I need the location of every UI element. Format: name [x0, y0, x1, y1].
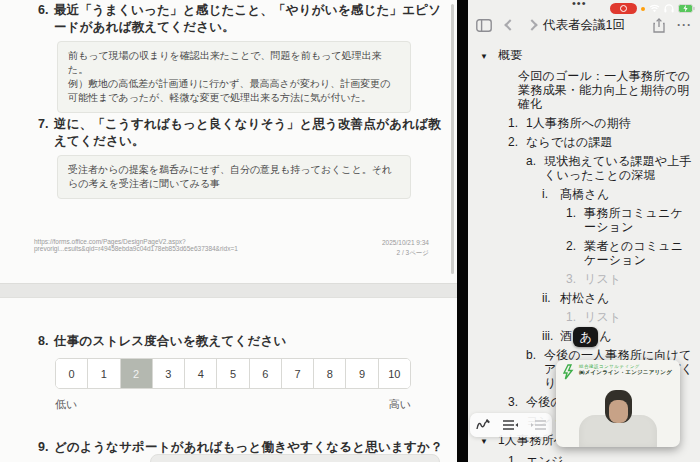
- outline-marker: [500, 69, 518, 111]
- question-8-text: 仕事のストレス度合いを教えてください: [54, 333, 286, 350]
- disclosure-triangle-icon[interactable]: ▼: [480, 48, 498, 64]
- scale-cell-4[interactable]: 4: [184, 359, 216, 388]
- outline-text: 現状抱えている課題や上手くいったことの深堀: [544, 154, 694, 182]
- outline-marker: b.: [526, 348, 544, 390]
- scale-cell-8[interactable]: 8: [313, 359, 345, 388]
- outline-text: 酒あん: [560, 329, 612, 343]
- footer-date-page: 2025/10/21 9:342 / 3ページ: [382, 238, 429, 258]
- outline-marker: 1.: [566, 310, 584, 324]
- outline-row[interactable]: i.髙橋さん: [474, 187, 694, 201]
- question-7-text: 逆に、「こうすればもっと良くなりそう」と思う改善点があれば教えてください。: [54, 116, 446, 150]
- question-7-number: 7.: [38, 116, 54, 150]
- ime-input-bubble: あ: [573, 327, 598, 347]
- question-8: 8. 仕事のストレス度合いを教えてください: [38, 333, 446, 350]
- outline-text: 髙橋さん: [560, 187, 609, 201]
- scale-cell-7[interactable]: 7: [281, 359, 313, 388]
- question-6-answer: 前もって現場の収まりを確認出来たことで、問題を前もって処理出来た。 例）敷地の高…: [57, 41, 411, 113]
- screen: 6. 最近「うまくいった」と感じたこと、「やりがいを感じた」エピソードがあれば教…: [0, 0, 700, 462]
- page-break-divider: [0, 283, 457, 298]
- outdent-list-icon[interactable]: [502, 419, 519, 431]
- outline-text: リスト: [584, 310, 621, 324]
- outline-text: リスト: [584, 272, 621, 286]
- scale-cell-2[interactable]: 2: [120, 359, 152, 388]
- outline-row[interactable]: 今回のゴール：一人事務所での業務成果・能力向上と期待の明確化: [474, 69, 694, 111]
- outline-row[interactable]: iii.酒あん: [474, 329, 694, 343]
- outline-row[interactable]: 2.業者とのコミュニケーション: [474, 239, 694, 267]
- outline-text: 事務所コミュニケーション: [584, 206, 694, 234]
- company-logo: 総合建設コンサルティング ㈱メインライン・エンジニアリング: [556, 360, 680, 380]
- outline-marker: a.: [526, 154, 544, 182]
- outline-text: ならではの課題: [526, 135, 613, 149]
- outline-row[interactable]: 2.ならではの課題: [474, 135, 694, 149]
- outline-marker: 3.: [566, 272, 584, 286]
- outline-text: 村松さん: [560, 291, 609, 305]
- outline-row[interactable]: a.現状抱えている課題や上手くいったことの深堀: [474, 154, 694, 182]
- outline-row[interactable]: 1.1人事務所への期待: [474, 116, 694, 130]
- outline-text: エンジ: [526, 454, 563, 462]
- question-6-number: 6.: [38, 2, 54, 36]
- question-9-answer-box: [150, 454, 440, 462]
- left-pane-scrollbar[interactable]: [451, 4, 454, 274]
- page-footer: https://forms.office.com/Pages/DesignPag…: [0, 238, 457, 258]
- outline-marker: i.: [542, 187, 560, 201]
- question-8-number: 8.: [38, 333, 54, 350]
- outline-row[interactable]: 1.事務所コミュニケーション: [474, 206, 694, 234]
- scribble-pen-icon[interactable]: [475, 418, 491, 432]
- outline-text: 1人事務所への期待: [526, 116, 631, 130]
- outline-marker: 1.: [508, 116, 526, 130]
- question-6-text: 最近「うまくいった」と感じたこと、「やりがいを感じた」エピソードがあれば教えてく…: [54, 2, 446, 36]
- scale-cell-10[interactable]: 10: [378, 359, 410, 388]
- share-icon[interactable]: [653, 18, 665, 33]
- scale-cells: 012345678910: [55, 358, 411, 389]
- scale-cell-9[interactable]: 9: [345, 359, 377, 388]
- scale-labels: 低い 高い: [55, 397, 411, 412]
- split-view-divider[interactable]: [457, 0, 468, 462]
- nav-bar: 代表者会議1回 ···: [468, 12, 700, 38]
- company-name: ㈱メインライン・エンジニアリング: [579, 369, 672, 376]
- question-6: 6. 最近「うまくいった」と感じたこと、「やりがいを感じた」エピソードがあれば教…: [38, 2, 446, 36]
- outline-marker: 1.: [508, 454, 526, 462]
- scale-high-label: 高い: [389, 397, 411, 412]
- indent-list-icon[interactable]: [530, 419, 547, 431]
- question-7-answer: 受注者からの提案を鵜呑みにせず、自分の意見も持っておくこと。それらの考えを受注者…: [57, 155, 411, 199]
- outline-row[interactable]: 3.リスト: [474, 272, 694, 286]
- outline-row[interactable]: ▼概要: [474, 48, 694, 64]
- outline-marker: 3.: [508, 395, 526, 409]
- mic-in-use-icon: [641, 7, 645, 11]
- footer-page-number: 2 / 3ページ: [397, 249, 429, 256]
- outline-marker: iii.: [542, 329, 560, 343]
- footer-url: https://forms.office.com/Pages/DesignPag…: [34, 238, 364, 252]
- floating-toolbar: [470, 413, 552, 437]
- outline-text: 概要: [498, 48, 522, 64]
- outline-marker: 2.: [508, 135, 526, 149]
- outline-row[interactable]: 1.エンジ: [474, 454, 694, 462]
- scale-cell-3[interactable]: 3: [152, 359, 184, 388]
- outline-marker: 2.: [566, 239, 584, 267]
- participant-face: [609, 400, 628, 423]
- split-window-handle[interactable]: •••: [572, 0, 587, 9]
- scale-low-label: 低い: [55, 397, 77, 412]
- outline-marker: 1.: [566, 206, 584, 234]
- outline-row[interactable]: 1.リスト: [474, 310, 694, 324]
- video-participant: [556, 389, 680, 447]
- form-preview-pane: 6. 最近「うまくいった」と感じたこと、「やりがいを感じた」エピソードがあれば教…: [0, 0, 457, 462]
- question-9-number: 9.: [38, 439, 54, 456]
- footer-timestamp: 2025/10/21 9:34: [382, 239, 429, 246]
- outline-text: 業者とのコミュニケーション: [584, 239, 694, 267]
- notes-pane: •••: [468, 0, 700, 462]
- more-options-icon[interactable]: ···: [677, 18, 692, 32]
- outline-text: 今回のゴール：一人事務所での業務成果・能力向上と期待の明確化: [518, 69, 694, 111]
- scale-cell-0[interactable]: 0: [56, 359, 87, 388]
- video-call-overlay[interactable]: 総合建設コンサルティング ㈱メインライン・エンジニアリング: [556, 360, 680, 447]
- scale-cell-1[interactable]: 1: [87, 359, 119, 388]
- scale-cell-5[interactable]: 5: [216, 359, 248, 388]
- outline-marker: ii.: [542, 291, 560, 305]
- company-logo-mark-icon: [562, 364, 576, 380]
- scale-cell-6[interactable]: 6: [249, 359, 281, 388]
- stress-scale: 012345678910 低い 高い: [55, 358, 411, 412]
- outline-row[interactable]: ii.村松さん: [474, 291, 694, 305]
- question-7: 7. 逆に、「こうすればもっと良くなりそう」と思う改善点があれば教えてください。: [38, 116, 446, 150]
